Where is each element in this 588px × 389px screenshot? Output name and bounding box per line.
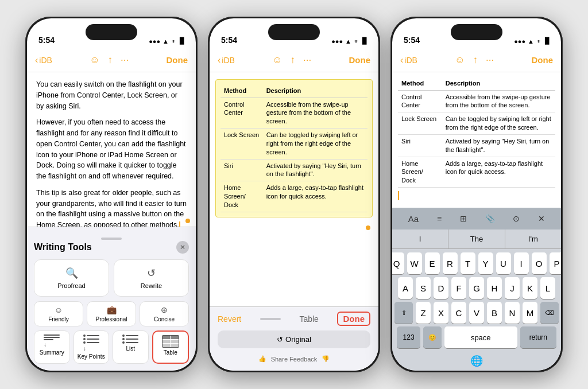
thumbs-up-button[interactable]: 👍 (258, 355, 266, 363)
toolbar-done-button[interactable]: Done (337, 312, 370, 326)
prediction-i[interactable]: I (392, 229, 448, 248)
notes-content-3: Method Description Control Center Access… (392, 72, 561, 208)
professional-button[interactable]: 💼 Professional (87, 301, 136, 326)
key-n[interactable]: N (505, 302, 520, 324)
prediction-im[interactable]: I'm (505, 229, 561, 248)
globe-icon-3[interactable]: 🌐 (470, 355, 483, 367)
key-emoji[interactable]: 😊 (423, 326, 442, 348)
key-delete[interactable]: ⌫ (540, 302, 559, 324)
key-123[interactable]: 123 (397, 326, 420, 348)
kb-tool-format[interactable]: ⊙ (509, 212, 523, 225)
rewrite-button[interactable]: ↺ Rewrite (114, 259, 189, 297)
desc-cell: Activated by saying "Hey Siri, turn on t… (263, 159, 368, 181)
proofread-icon: 🔍 (65, 267, 78, 279)
key-x[interactable]: X (434, 302, 448, 324)
key-m[interactable]: M (523, 302, 537, 324)
summary-button[interactable]: ↓ Summary (34, 330, 70, 364)
kb-row-2: A S D F G H J K L (394, 277, 559, 299)
key-t[interactable]: T (461, 252, 475, 274)
key-b[interactable]: B (487, 302, 502, 324)
nav-done-3[interactable]: Done (531, 55, 553, 65)
key-o[interactable]: O (532, 252, 547, 274)
key-j[interactable]: J (505, 277, 520, 299)
nav-done-1[interactable]: Done (166, 55, 188, 65)
key-return[interactable]: return (520, 326, 556, 348)
compose-icon-3[interactable]: ↑ (473, 55, 478, 66)
col-desc-header-3: Description (442, 77, 555, 90)
notes-content-2: Method Description Control Center Access… (210, 72, 378, 306)
share-feedback-label[interactable]: Share Feedback (271, 356, 318, 363)
key-q[interactable]: Q (392, 252, 404, 274)
kb-tool-attach[interactable]: 📎 (482, 212, 498, 225)
key-c[interactable]: C (451, 302, 466, 324)
rewrite-icon: ↺ (147, 267, 156, 279)
key-d[interactable]: D (434, 277, 448, 299)
key-l[interactable]: L (540, 277, 555, 299)
key-w[interactable]: W (407, 252, 422, 274)
writing-tools-close-button[interactable]: ✕ (176, 241, 189, 254)
key-r[interactable]: R (443, 252, 458, 274)
kb-tool-list[interactable]: ≡ (434, 212, 445, 225)
original-button[interactable]: ↺ Original (218, 330, 370, 348)
key-space[interactable]: space (444, 326, 517, 348)
keyboard-predictions-3: I The I'm (392, 229, 561, 249)
smiley-icon-1[interactable]: ☺ (90, 55, 99, 66)
nav-back-label-1: iDB (39, 56, 52, 65)
table-button[interactable]: Table (152, 330, 189, 364)
nav-back-2[interactable]: ‹ iDB (218, 55, 235, 65)
key-shift[interactable]: ⇧ (394, 302, 413, 324)
table-label: Table (164, 349, 177, 356)
more-icon-2[interactable]: ··· (303, 55, 311, 66)
globe-row-3: 🌐 (392, 352, 561, 371)
key-f[interactable]: F (451, 277, 466, 299)
key-k[interactable]: K (523, 277, 537, 299)
key-g[interactable]: G (469, 277, 484, 299)
text-cursor-1 (179, 221, 180, 227)
smiley-icon-2[interactable]: ☺ (272, 55, 282, 66)
more-icon-3[interactable]: ··· (486, 55, 494, 66)
prediction-the[interactable]: The (448, 229, 505, 248)
status-icons-3: ●●● ▲ ᯤ ▉ (514, 37, 550, 45)
key-z[interactable]: Z (416, 302, 431, 324)
key-points-button[interactable]: ↓ Key Points (74, 330, 110, 364)
writing-tools-header: Writing Tools ✕ (34, 241, 189, 254)
nav-back-label-2: iDB (222, 56, 235, 65)
nav-back-3[interactable]: ‹ iDB (400, 55, 417, 65)
friendly-button[interactable]: ☺ Friendly (34, 301, 83, 326)
key-v[interactable]: V (469, 302, 484, 324)
table-row: Lock Screen Can be toggled by swiping le… (220, 129, 368, 160)
kb-tool-aa[interactable]: Aa (405, 212, 422, 226)
thumbs-down-button[interactable]: 👎 (322, 355, 330, 363)
key-a[interactable]: A (398, 277, 413, 299)
key-p[interactable]: P (550, 252, 562, 274)
key-u[interactable]: U (496, 252, 511, 274)
more-icon-1[interactable]: ··· (121, 55, 129, 66)
key-h[interactable]: H (487, 277, 502, 299)
proofread-button[interactable]: 🔍 Proofread (34, 259, 109, 297)
key-y[interactable]: Y (478, 252, 493, 274)
nav-done-2[interactable]: Done (349, 55, 370, 65)
battery-icon-2: ▉ (362, 37, 367, 45)
kb-tool-close[interactable]: ✕ (535, 212, 548, 225)
smiley-icon-3[interactable]: ☺ (455, 55, 465, 66)
concise-button[interactable]: ⊕ Concise (140, 301, 189, 326)
yellow-dot-1 (185, 219, 190, 223)
compose-icon-2[interactable]: ↑ (291, 55, 296, 66)
revert-button[interactable]: Revert (218, 314, 241, 324)
list-button[interactable]: List (113, 330, 149, 364)
key-i[interactable]: I (514, 252, 529, 274)
nav-back-1[interactable]: ‹ iDB (35, 55, 52, 65)
note-table-3: Method Description Control Center Access… (398, 77, 555, 188)
col-method-header-2: Method (220, 84, 263, 98)
status-time-2: 5:54 (221, 36, 237, 45)
key-s[interactable]: S (416, 277, 431, 299)
key-e[interactable]: E (425, 252, 440, 274)
compose-icon-1[interactable]: ↑ (108, 55, 113, 66)
cellular-icon-3: ᯤ (536, 38, 543, 45)
feedback-row: 👍 Share Feedback 👎 (218, 352, 370, 366)
wifi-icon-3: ▲ (528, 38, 534, 45)
cellular-icon-2: ᯤ (354, 38, 360, 45)
proofread-label: Proofread (57, 282, 85, 289)
desc-cell-3c: Activated by saying "Hey Siri, turn on t… (442, 134, 555, 157)
kb-tool-table[interactable]: ⊞ (457, 212, 470, 225)
